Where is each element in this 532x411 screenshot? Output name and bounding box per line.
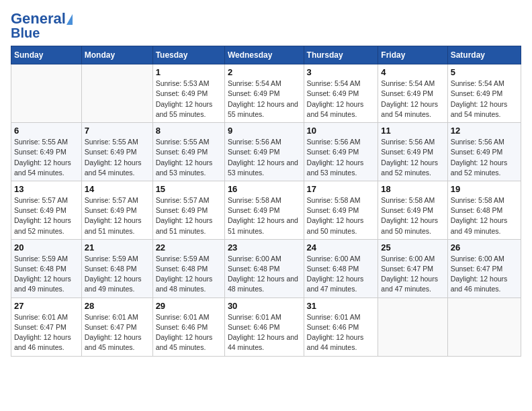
day-number: 27	[14, 301, 79, 311]
calendar-cell	[447, 298, 521, 356]
day-info: Sunrise: 6:01 AMSunset: 6:47 PMDaylight:…	[14, 312, 79, 353]
calendar-week-row: 27Sunrise: 6:01 AMSunset: 6:47 PMDayligh…	[11, 298, 521, 356]
day-info: Sunrise: 5:55 AMSunset: 6:49 PMDaylight:…	[14, 137, 79, 178]
day-header: Friday	[378, 46, 447, 64]
calendar-table: SundayMondayTuesdayWednesdayThursdayFrid…	[11, 46, 521, 356]
day-info: Sunrise: 5:53 AMSunset: 6:49 PMDaylight:…	[156, 79, 222, 120]
day-info: Sunrise: 5:59 AMSunset: 6:48 PMDaylight:…	[156, 254, 222, 295]
calendar-cell: 29Sunrise: 6:01 AMSunset: 6:46 PMDayligh…	[152, 298, 224, 356]
day-number: 5	[451, 67, 518, 77]
day-info: Sunrise: 5:54 AMSunset: 6:49 PMDaylight:…	[228, 79, 301, 120]
day-number: 18	[381, 184, 444, 194]
day-header: Monday	[81, 46, 152, 64]
day-info: Sunrise: 5:58 AMSunset: 6:49 PMDaylight:…	[228, 195, 301, 236]
day-number: 13	[14, 184, 79, 194]
day-info: Sunrise: 5:59 AMSunset: 6:48 PMDaylight:…	[14, 254, 79, 295]
calendar-cell: 30Sunrise: 6:01 AMSunset: 6:46 PMDayligh…	[224, 298, 304, 356]
calendar-cell	[378, 298, 447, 356]
day-number: 17	[307, 184, 375, 194]
day-header: Wednesday	[224, 46, 304, 64]
calendar-cell: 24Sunrise: 6:00 AMSunset: 6:48 PMDayligh…	[304, 239, 378, 298]
day-number: 7	[85, 126, 150, 136]
day-info: Sunrise: 5:58 AMSunset: 6:49 PMDaylight:…	[381, 195, 444, 236]
day-number: 23	[228, 242, 301, 253]
calendar-week-row: 20Sunrise: 5:59 AMSunset: 6:48 PMDayligh…	[11, 239, 521, 298]
day-header: Saturday	[447, 46, 521, 64]
calendar-header: SundayMondayTuesdayWednesdayThursdayFrid…	[11, 46, 521, 64]
calendar-cell: 11Sunrise: 5:56 AMSunset: 6:49 PMDayligh…	[378, 123, 447, 181]
day-info: Sunrise: 5:58 AMSunset: 6:48 PMDaylight:…	[451, 195, 518, 236]
day-info: Sunrise: 5:55 AMSunset: 6:49 PMDaylight:…	[156, 137, 222, 178]
calendar-cell: 22Sunrise: 5:59 AMSunset: 6:48 PMDayligh…	[152, 239, 224, 298]
calendar-cell: 25Sunrise: 6:00 AMSunset: 6:47 PMDayligh…	[378, 239, 447, 298]
day-number: 10	[307, 126, 375, 136]
calendar-cell: 13Sunrise: 5:57 AMSunset: 6:49 PMDayligh…	[11, 181, 82, 239]
calendar-cell: 1Sunrise: 5:53 AMSunset: 6:49 PMDaylight…	[152, 64, 224, 123]
calendar-cell: 31Sunrise: 6:01 AMSunset: 6:46 PMDayligh…	[304, 298, 378, 356]
day-number: 12	[451, 126, 518, 136]
calendar-cell: 27Sunrise: 6:01 AMSunset: 6:47 PMDayligh…	[11, 298, 82, 356]
day-info: Sunrise: 6:00 AMSunset: 6:47 PMDaylight:…	[381, 254, 444, 295]
day-number: 19	[451, 184, 518, 194]
calendar-week-row: 1Sunrise: 5:53 AMSunset: 6:49 PMDaylight…	[11, 64, 521, 123]
calendar-cell: 21Sunrise: 5:59 AMSunset: 6:48 PMDayligh…	[81, 239, 152, 298]
day-number: 30	[228, 301, 301, 311]
calendar-cell: 23Sunrise: 6:00 AMSunset: 6:48 PMDayligh…	[224, 239, 304, 298]
calendar-cell: 2Sunrise: 5:54 AMSunset: 6:49 PMDaylight…	[224, 64, 304, 123]
day-number: 1	[156, 67, 222, 77]
calendar-cell: 14Sunrise: 5:57 AMSunset: 6:49 PMDayligh…	[81, 181, 152, 239]
day-info: Sunrise: 5:55 AMSunset: 6:49 PMDaylight:…	[85, 137, 150, 178]
calendar-cell: 3Sunrise: 5:54 AMSunset: 6:49 PMDaylight…	[304, 64, 378, 123]
day-number: 15	[156, 184, 222, 194]
day-number: 4	[381, 67, 444, 77]
day-info: Sunrise: 6:01 AMSunset: 6:46 PMDaylight:…	[156, 312, 222, 353]
day-header: Sunday	[11, 46, 82, 64]
day-number: 2	[228, 67, 301, 77]
calendar-cell: 19Sunrise: 5:58 AMSunset: 6:48 PMDayligh…	[447, 181, 521, 239]
calendar-cell: 18Sunrise: 5:58 AMSunset: 6:49 PMDayligh…	[378, 181, 447, 239]
day-number: 16	[228, 184, 301, 194]
day-info: Sunrise: 6:01 AMSunset: 6:46 PMDaylight:…	[307, 312, 375, 353]
day-info: Sunrise: 5:56 AMSunset: 6:49 PMDaylight:…	[307, 137, 375, 178]
day-info: Sunrise: 6:00 AMSunset: 6:48 PMDaylight:…	[307, 254, 375, 295]
day-info: Sunrise: 5:57 AMSunset: 6:49 PMDaylight:…	[14, 195, 79, 236]
day-info: Sunrise: 6:01 AMSunset: 6:46 PMDaylight:…	[228, 312, 301, 353]
calendar-cell: 16Sunrise: 5:58 AMSunset: 6:49 PMDayligh…	[224, 181, 304, 239]
day-info: Sunrise: 5:54 AMSunset: 6:49 PMDaylight:…	[381, 79, 444, 120]
calendar-cell: 10Sunrise: 5:56 AMSunset: 6:49 PMDayligh…	[304, 123, 378, 181]
day-number: 9	[228, 126, 301, 136]
calendar-cell: 17Sunrise: 5:58 AMSunset: 6:49 PMDayligh…	[304, 181, 378, 239]
day-number: 14	[85, 184, 150, 194]
calendar-cell: 5Sunrise: 5:54 AMSunset: 6:49 PMDaylight…	[447, 64, 521, 123]
calendar-cell: 4Sunrise: 5:54 AMSunset: 6:49 PMDaylight…	[378, 64, 447, 123]
calendar-cell	[81, 64, 152, 123]
day-header: Tuesday	[152, 46, 224, 64]
calendar-cell: 28Sunrise: 6:01 AMSunset: 6:47 PMDayligh…	[81, 298, 152, 356]
day-number: 20	[14, 242, 79, 253]
day-number: 6	[14, 126, 79, 136]
day-info: Sunrise: 5:56 AMSunset: 6:49 PMDaylight:…	[228, 137, 301, 178]
day-number: 25	[381, 242, 444, 253]
day-number: 11	[381, 126, 444, 136]
day-number: 31	[307, 301, 375, 311]
day-number: 26	[451, 242, 518, 253]
calendar-cell: 7Sunrise: 5:55 AMSunset: 6:49 PMDaylight…	[81, 123, 152, 181]
day-header: Thursday	[304, 46, 378, 64]
day-info: Sunrise: 5:57 AMSunset: 6:49 PMDaylight:…	[85, 195, 150, 236]
day-info: Sunrise: 5:56 AMSunset: 6:49 PMDaylight:…	[451, 137, 518, 178]
calendar-cell: 9Sunrise: 5:56 AMSunset: 6:49 PMDaylight…	[224, 123, 304, 181]
calendar-cell: 20Sunrise: 5:59 AMSunset: 6:48 PMDayligh…	[11, 239, 82, 298]
page-header: General Blue	[11, 11, 521, 40]
day-number: 21	[85, 242, 150, 253]
calendar-week-row: 6Sunrise: 5:55 AMSunset: 6:49 PMDaylight…	[11, 123, 521, 181]
calendar-cell	[11, 64, 82, 123]
day-info: Sunrise: 5:59 AMSunset: 6:48 PMDaylight:…	[85, 254, 150, 295]
calendar-cell: 6Sunrise: 5:55 AMSunset: 6:49 PMDaylight…	[11, 123, 82, 181]
day-info: Sunrise: 5:57 AMSunset: 6:49 PMDaylight:…	[156, 195, 222, 236]
day-info: Sunrise: 6:00 AMSunset: 6:47 PMDaylight:…	[451, 254, 518, 295]
logo-subtext: Blue	[11, 26, 40, 40]
day-info: Sunrise: 6:00 AMSunset: 6:48 PMDaylight:…	[228, 254, 301, 295]
day-info: Sunrise: 5:56 AMSunset: 6:49 PMDaylight:…	[381, 137, 444, 178]
day-info: Sunrise: 5:54 AMSunset: 6:49 PMDaylight:…	[451, 79, 518, 120]
calendar-cell: 12Sunrise: 5:56 AMSunset: 6:49 PMDayligh…	[447, 123, 521, 181]
